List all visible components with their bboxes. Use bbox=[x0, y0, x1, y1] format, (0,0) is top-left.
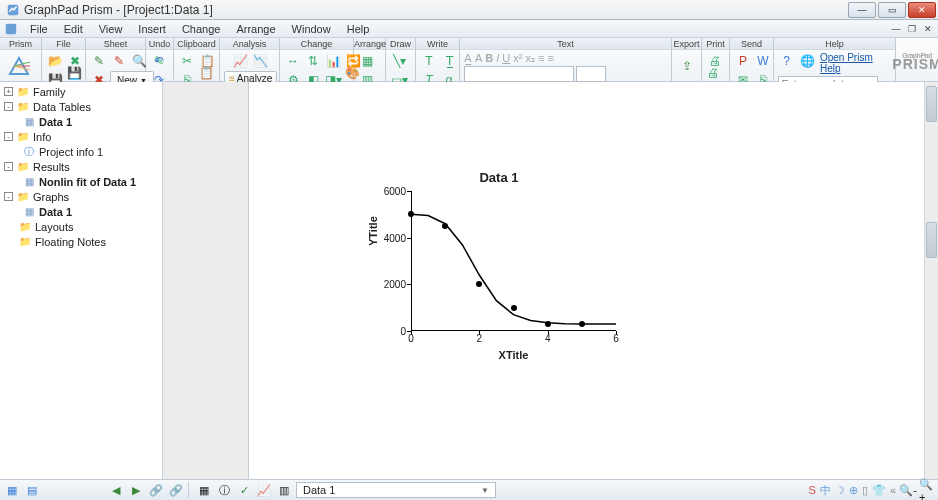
tree-item[interactable]: -📁Results bbox=[0, 159, 162, 174]
menu-arrange[interactable]: Arrange bbox=[228, 22, 283, 36]
menu-file[interactable]: File bbox=[22, 22, 56, 36]
expand-icon[interactable]: - bbox=[4, 162, 13, 171]
tree-item[interactable]: 📁Layouts bbox=[0, 219, 162, 234]
sheet-selector[interactable]: Data 1▼ bbox=[296, 482, 496, 498]
cut-icon[interactable]: ✂ bbox=[178, 52, 196, 70]
data-point[interactable] bbox=[579, 321, 585, 327]
change-1[interactable]: ↔ bbox=[284, 52, 302, 70]
vertical-scrollbar[interactable] bbox=[924, 82, 938, 479]
sheet-type-data[interactable]: ▦ bbox=[196, 482, 212, 498]
view-mode-2[interactable]: ▤ bbox=[24, 482, 40, 498]
data-point[interactable] bbox=[442, 223, 448, 229]
view-mode-1[interactable]: ▦ bbox=[4, 482, 20, 498]
minimize-button[interactable]: — bbox=[848, 2, 876, 18]
titlebar: GraphPad Prism - [Project1:Data 1] — ▭ ✕ bbox=[0, 0, 938, 20]
sheet-type-graph[interactable]: 📈 bbox=[256, 482, 272, 498]
analysis-tool2[interactable]: 📉 bbox=[252, 52, 270, 70]
undo-icon[interactable]: ↶ bbox=[150, 52, 168, 70]
zoom-in[interactable]: 🔍+ bbox=[918, 482, 934, 498]
menu-insert[interactable]: Insert bbox=[130, 22, 174, 36]
tree-label: Info bbox=[33, 131, 51, 143]
expand-icon[interactable]: - bbox=[4, 102, 13, 111]
zoom-out[interactable]: 🔍- bbox=[900, 482, 916, 498]
sheet-type-info[interactable]: ⓘ bbox=[216, 482, 232, 498]
change-3[interactable]: 📊 bbox=[324, 52, 342, 70]
tray-icon-3[interactable]: ☽ bbox=[835, 484, 845, 497]
split-gutter[interactable] bbox=[163, 82, 249, 479]
scroll-thumb-mid[interactable] bbox=[926, 222, 937, 258]
menu-edit[interactable]: Edit bbox=[56, 22, 91, 36]
y-tick-label: 6000 bbox=[376, 186, 406, 197]
close-button[interactable]: ✕ bbox=[908, 2, 936, 18]
sheet-tool2[interactable]: ✎ bbox=[110, 52, 128, 70]
help-q-icon[interactable]: ? bbox=[778, 52, 795, 70]
expand-icon[interactable]: - bbox=[4, 132, 13, 141]
tree-item[interactable]: ▦Data 1 bbox=[0, 114, 162, 129]
chart: Data 1 02000400060000246 YTitle XTitle bbox=[369, 170, 629, 370]
menu-view[interactable]: View bbox=[91, 22, 131, 36]
tree-item[interactable]: ▦Data 1 bbox=[0, 204, 162, 219]
x-axis-label[interactable]: XTitle bbox=[411, 349, 616, 361]
help-link[interactable]: Open Prism Help bbox=[820, 52, 891, 74]
nav-next[interactable]: ▶ bbox=[128, 482, 144, 498]
y-axis-label[interactable]: YTitle bbox=[367, 216, 379, 246]
mdi-minimize[interactable]: — bbox=[888, 22, 904, 36]
graph-canvas[interactable]: Data 1 02000400060000246 YTitle XTitle bbox=[249, 82, 924, 479]
scroll-thumb-top[interactable] bbox=[926, 86, 937, 122]
prism-button[interactable] bbox=[4, 52, 34, 80]
tray-icon-7[interactable]: « bbox=[890, 484, 896, 496]
change-2[interactable]: ⇅ bbox=[304, 52, 322, 70]
tree-item[interactable]: +📁Family bbox=[0, 84, 162, 99]
data-point[interactable] bbox=[476, 281, 482, 287]
data-point[interactable] bbox=[511, 305, 517, 311]
menu-change[interactable]: Change bbox=[174, 22, 229, 36]
tree-label: Nonlin fit of Data 1 bbox=[39, 176, 136, 188]
x-tick-label: 2 bbox=[477, 333, 483, 344]
chart-title[interactable]: Data 1 bbox=[369, 170, 629, 185]
data-point[interactable] bbox=[408, 211, 414, 217]
sheet-type-layout[interactable]: ▥ bbox=[276, 482, 292, 498]
menu-window[interactable]: Window bbox=[284, 22, 339, 36]
expand-icon[interactable]: + bbox=[4, 87, 13, 96]
tray-icon-4[interactable]: ⊕ bbox=[849, 484, 858, 497]
mdi-restore[interactable]: ❐ bbox=[904, 22, 920, 36]
tree-item[interactable]: -📁Graphs bbox=[0, 189, 162, 204]
send-word[interactable]: W bbox=[754, 52, 772, 70]
folder-icon: 📁 bbox=[18, 236, 32, 248]
mdi-close[interactable]: ✕ bbox=[920, 22, 936, 36]
tree-item[interactable]: -📁Info bbox=[0, 129, 162, 144]
data-point[interactable] bbox=[545, 321, 551, 327]
maximize-button[interactable]: ▭ bbox=[878, 2, 906, 18]
menu-help[interactable]: Help bbox=[339, 22, 378, 36]
help-globe-icon[interactable]: 🌐 bbox=[799, 52, 816, 70]
tree-item[interactable]: ⓘProject info 1 bbox=[0, 144, 162, 159]
tray-icon-6[interactable]: 👕 bbox=[872, 484, 886, 497]
ribbon-label-print: Print bbox=[702, 38, 729, 50]
font-select[interactable] bbox=[464, 66, 574, 82]
sheet-type-results[interactable]: ✓ bbox=[236, 482, 252, 498]
draw-line[interactable]: ╲▾ bbox=[390, 52, 408, 70]
nav-link2[interactable]: 🔗 bbox=[168, 482, 184, 498]
window-controls: — ▭ ✕ bbox=[848, 2, 936, 18]
export-button[interactable]: ⇪ bbox=[676, 52, 697, 80]
tray-icon-1[interactable]: S bbox=[809, 484, 816, 496]
expand-icon[interactable]: - bbox=[4, 192, 13, 201]
tray-icon-2[interactable]: 中 bbox=[820, 483, 831, 498]
mdi-controls: — ❐ ✕ bbox=[888, 22, 936, 36]
nav-link1[interactable]: 🔗 bbox=[148, 482, 164, 498]
nav-first[interactable]: ◀ bbox=[108, 482, 124, 498]
analysis-tool1[interactable]: 📈 bbox=[232, 52, 250, 70]
tree-item[interactable]: 📁Floating Notes bbox=[0, 234, 162, 249]
tray-icon-5[interactable]: ▯ bbox=[862, 484, 868, 497]
arrange-1[interactable]: ▦ bbox=[358, 52, 376, 70]
y-tick-label: 0 bbox=[376, 326, 406, 337]
tree-item[interactable]: -📁Data Tables bbox=[0, 99, 162, 114]
sheet-tool1[interactable]: ✎ bbox=[90, 52, 108, 70]
plot-area[interactable]: 02000400060000246 bbox=[411, 191, 616, 331]
send-ppt[interactable]: P bbox=[734, 52, 752, 70]
write-t1[interactable]: T bbox=[420, 52, 438, 70]
open-icon[interactable]: 📂 bbox=[46, 52, 64, 70]
write-t2[interactable]: T̲ bbox=[440, 52, 458, 70]
size-select[interactable] bbox=[576, 66, 606, 82]
tree-item[interactable]: ▦Nonlin fit of Data 1 bbox=[0, 174, 162, 189]
